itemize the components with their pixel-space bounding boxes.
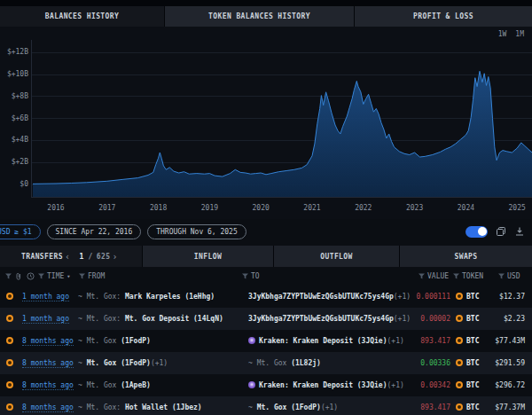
- y-axis-tick-label: $0: [2, 180, 28, 188]
- prev-page-button[interactable]: ‹: [65, 252, 70, 262]
- value-cell: 0.00342: [355, 374, 450, 396]
- time-text: 1 month ago: [22, 315, 69, 324]
- time-link[interactable]: 1 month ago: [22, 286, 69, 308]
- tab-balances-history[interactable]: BALANCES HISTORY: [0, 6, 164, 27]
- value-cell: 0.00336: [355, 352, 450, 374]
- entity-text-segment: (+1): [321, 403, 338, 411]
- chart-tabbar: BALANCES HISTORY TOKEN BALANCES HISTORY …: [0, 6, 532, 27]
- btc-token-icon: [6, 315, 13, 322]
- column-header-usd[interactable]: USD: [498, 267, 520, 286]
- column-header-token[interactable]: TOKEN: [453, 267, 483, 286]
- table-row: 1 month ago~ Mt. Gox: Mark Karpeles (1eH…: [0, 286, 532, 308]
- time-text: 8 months ago: [22, 381, 74, 390]
- entity-text-segment: ~ Mt. Gox:: [78, 403, 125, 411]
- from-entity-link[interactable]: ~ Mt. Gox: Mt. Gox Deposit (14LqN): [78, 308, 223, 330]
- entity-text-segment: Mark Karpeles (1eHhg): [125, 293, 215, 301]
- kraken-icon: [248, 381, 255, 388]
- value-cell: 893.417: [355, 396, 450, 415]
- column-header-value[interactable]: VALUE: [419, 267, 449, 286]
- copy-icon[interactable]: [496, 226, 506, 237]
- table-tabbar: TRANSFERS ‹ 1 / 625 › INFLOW OUTFLOW SWA…: [0, 246, 532, 267]
- column-header-to[interactable]: TO: [242, 267, 260, 286]
- table-row: 8 months ago~ Mt. Gox (1FodP)Kraken: Kra…: [0, 330, 532, 352]
- btc-token-icon: [456, 315, 463, 322]
- tab-profit-loss[interactable]: PROFIT & LOSS: [355, 6, 532, 27]
- to-entity-link[interactable]: ~ Mt. Gox (1L82j): [248, 352, 321, 374]
- y-axis-tick-label: $+12B: [2, 48, 28, 56]
- filter-icon[interactable]: [5, 267, 12, 286]
- time-link[interactable]: 8 months ago: [22, 374, 74, 396]
- time-text: 8 months ago: [22, 337, 74, 346]
- from-entity-link[interactable]: ~ Mt. Gox: Mark Karpeles (1eHhg): [78, 286, 215, 308]
- entity-text-segment: ~: [78, 359, 87, 367]
- range-1w-button[interactable]: 1W: [498, 30, 507, 38]
- usd-cell: $291.59: [474, 352, 525, 374]
- time-link[interactable]: 8 months ago: [22, 352, 74, 374]
- time-text: 8 months ago: [22, 359, 74, 368]
- from-entity-link[interactable]: ~ Mt. Gox (1FodP): [78, 330, 151, 352]
- x-axis-tick-label: 2023: [400, 204, 430, 212]
- next-page-button[interactable]: ›: [112, 252, 117, 262]
- balance-chart-card: 1W 1M $0$+2B$+4B$+6B$+8B$+10B$+12B201620…: [0, 27, 532, 219]
- usd-value-toggle[interactable]: [466, 226, 488, 238]
- table-row: 1 month ago~ Mt. Gox: Mt. Gox Deposit (1…: [0, 308, 532, 330]
- tab-inflow[interactable]: INFLOW: [143, 246, 273, 267]
- x-axis-tick-label: 2025: [502, 204, 532, 212]
- through-filter-chip[interactable]: THROUGH Nov 6, 2025: [147, 224, 246, 239]
- from-entity-link[interactable]: ~ Mt. Gox: Hot Wallet (1Jbez): [78, 396, 202, 415]
- page-separator: /: [89, 253, 93, 261]
- value-cell: 893.417: [355, 330, 450, 352]
- time-link[interactable]: 8 months ago: [22, 396, 74, 415]
- btc-token-icon: [456, 403, 463, 411]
- column-header-from[interactable]: FROM: [79, 267, 105, 286]
- x-axis-tick-label: 2016: [41, 204, 71, 212]
- entity-text-segment: ~ Mt. Gox:: [78, 293, 125, 301]
- download-icon[interactable]: [514, 226, 525, 237]
- to-entity-link[interactable]: ~ Mt. Gox (1FodP)(+1): [248, 396, 338, 415]
- balances-history-panel: BALANCES HISTORY TOKEN BALANCES HISTORY …: [0, 0, 532, 415]
- entity-text-segment: ~ Mt. Gox:: [78, 315, 125, 323]
- table-row: 8 months ago~ Mt. Gox (1ApeB)Kraken: Kra…: [0, 374, 532, 396]
- entity-text-segment: ~ Mt. Gox: [248, 359, 291, 367]
- y-axis-tick-label: $+10B: [2, 70, 28, 78]
- range-1m-button[interactable]: 1M: [515, 30, 524, 38]
- x-axis-tick-label: 2018: [144, 204, 174, 212]
- transfers-label: TRANSFERS: [21, 253, 63, 261]
- time-link[interactable]: 1 month ago: [22, 308, 69, 330]
- usd-cell: $2.23: [474, 308, 525, 330]
- tab-transfers[interactable]: TRANSFERS ‹ 1 / 625 ›: [0, 246, 142, 267]
- usd-cell: $296.72: [474, 374, 525, 396]
- btc-token-icon: [456, 337, 463, 344]
- tab-outflow[interactable]: OUTFLOW: [274, 246, 399, 267]
- usd-filter-chip[interactable]: USD ≥ $1: [0, 224, 41, 239]
- y-axis-tick-label: $+4B: [2, 136, 28, 144]
- x-axis-tick-label: 2021: [297, 204, 327, 212]
- from-entity-link[interactable]: ~ Mt. Gox (1FodP)(+1): [78, 352, 168, 374]
- entity-text-segment: (1FodP): [121, 337, 151, 345]
- btc-token-icon: [6, 293, 13, 300]
- balance-area-chart[interactable]: [31, 40, 532, 198]
- y-axis-tick-label: $+8B: [2, 92, 28, 100]
- tab-token-balances-history[interactable]: TOKEN BALANCES HISTORY: [165, 6, 354, 27]
- since-filter-chip[interactable]: SINCE Apr 22, 2016: [47, 224, 142, 239]
- from-entity-link[interactable]: ~ Mt. Gox (1ApeB): [78, 374, 151, 396]
- column-header-time[interactable]: TIME▾: [38, 267, 70, 286]
- table-header: TIME▾ FROM TO VALUE TOKEN USD: [0, 267, 532, 286]
- clock-icon[interactable]: [27, 267, 35, 286]
- entity-text-segment: Hot Wallet (1Jbez): [125, 403, 202, 411]
- toggle-knob: [478, 227, 487, 236]
- time-text: 8 months ago: [22, 403, 74, 412]
- btc-token-icon: [6, 337, 13, 344]
- current-page: 1: [79, 253, 83, 261]
- chart-filter-row: USD ≥ $1 SINCE Apr 22, 2016 THROUGH Nov …: [0, 219, 532, 244]
- top-strip: [0, 0, 532, 6]
- time-link[interactable]: 8 months ago: [22, 330, 74, 352]
- usd-cell: $77.37M: [474, 396, 525, 415]
- paperclip-icon[interactable]: [15, 267, 22, 286]
- entity-text-segment: (+1): [151, 359, 168, 367]
- btc-token-icon: [6, 403, 13, 411]
- sort-caret-icon: ▾: [66, 273, 70, 280]
- tab-swaps[interactable]: SWAPS: [400, 246, 532, 267]
- table-row: 8 months ago~ Mt. Gox (1FodP)(+1)~ Mt. G…: [0, 352, 532, 374]
- btc-token-icon: [456, 381, 463, 388]
